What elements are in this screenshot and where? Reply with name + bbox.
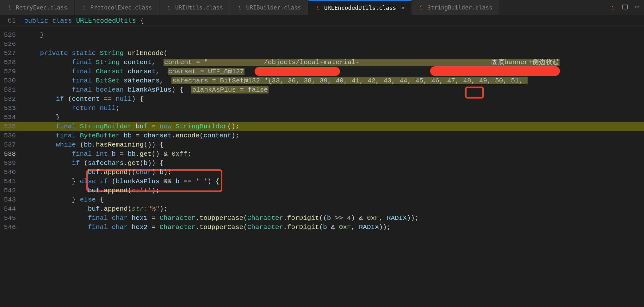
code-line: 539 if (safechars.get(b)) { <box>0 159 644 168</box>
tab-label: ProtocolExec.class <box>90 4 152 11</box>
code-line: 531 final boolean blankAsPlus) { blankAs… <box>0 85 644 94</box>
code-line: 530 final BitSet safechars, safechars = … <box>0 76 644 85</box>
line-number: 527 <box>0 49 24 58</box>
tab-uriutils[interactable]: URIUtils.class <box>159 0 231 15</box>
code-line: 546 final char hex2 = Character.toUpperC… <box>0 223 644 232</box>
line-number: 531 <box>0 85 24 94</box>
line-number: 529 <box>0 67 24 76</box>
tab-protocolexec[interactable]: ProtocolExec.class <box>75 0 159 15</box>
code-line: 532 if (content == null) { <box>0 94 644 104</box>
code-line: 544 buf.append(str:"%"); <box>0 204 644 214</box>
code-line: 542 buf.append(c:'+'); <box>0 186 644 195</box>
more-icon[interactable] <box>634 4 640 11</box>
split-editor-icon[interactable] <box>622 4 628 11</box>
code-line: 529 final Charset charset, charset = UTF… <box>0 67 644 76</box>
sticky-scroll-header[interactable]: 61 public class URLEncodedUtils { <box>0 15 644 26</box>
close-icon[interactable]: ✕ <box>401 5 404 11</box>
java-icon <box>82 5 87 10</box>
code-line-current: 538 final int b = bb.get() & 0xff; <box>0 149 644 159</box>
java-icon <box>166 5 172 10</box>
svg-point-2 <box>635 6 636 7</box>
line-number: 533 <box>0 104 24 113</box>
line-number: 537 <box>0 140 24 149</box>
line-number: 546 <box>0 223 24 232</box>
line-number: 61 <box>0 17 24 24</box>
line-number: 532 <box>0 94 24 104</box>
code-line <box>0 26 644 30</box>
code-line: 540 buf.append((char) b); <box>0 168 644 177</box>
line-number: 530 <box>0 76 24 85</box>
inlay-hint: content = " /objects/local-material- 固底b… <box>164 59 560 66</box>
tab-urlencodedutils[interactable]: URLEncodedUtils.class ✕ <box>308 0 412 15</box>
code-line: 528 final String content, content = " /o… <box>0 58 644 67</box>
tab-label: URIBuilder.class <box>246 4 301 11</box>
inlay-hint: blankAsPlus = false <box>191 86 268 93</box>
inlay-hint: charset = UTF_8@127 <box>168 68 245 75</box>
tab-uribuilder[interactable]: URIBuilder.class <box>230 0 308 15</box>
tab-actions <box>607 0 644 15</box>
line-number: 526 <box>0 39 24 49</box>
inlay-hint: safechars = BitSet@132 "{33, 36, 38, 39,… <box>171 77 528 84</box>
line-number: 539 <box>0 159 24 168</box>
line-number: 545 <box>0 214 24 223</box>
tab-label: StringBuilder.class <box>427 4 492 11</box>
line-number: 538 <box>0 149 24 159</box>
line-number: 535 <box>0 122 24 131</box>
svg-point-3 <box>636 6 637 7</box>
code-line: 525 } <box>0 30 644 39</box>
code-line: 545 final char hex1 = Character.toUpperC… <box>0 214 644 223</box>
line-number: 541 <box>0 177 24 186</box>
code-line: 533 return null; <box>0 104 644 113</box>
line-number: 528 <box>0 58 24 67</box>
java-icon <box>315 5 321 11</box>
code-line: 534 } <box>0 113 644 122</box>
code-line: 526 <box>0 39 644 49</box>
code-line: 537 while (bb.hasRemaining()) { <box>0 140 644 149</box>
line-number: 536 <box>0 131 24 140</box>
line-number: 534 <box>0 113 24 122</box>
line-number: 525 <box>0 30 24 39</box>
code-line: 527 private static String urlEncode( <box>0 49 644 58</box>
code-line: 536 final ByteBuffer bb = charset.encode… <box>0 131 644 140</box>
tab-label: URIUtils.class <box>175 4 223 11</box>
line-number: 543 <box>0 195 24 204</box>
tab-bar: RetryExec.class ProtocolExec.class URIUt… <box>0 0 644 15</box>
code-line: 543 } else { <box>0 195 644 204</box>
svg-point-4 <box>638 6 639 7</box>
tab-label: RetryExec.class <box>16 4 67 11</box>
line-number: 544 <box>0 204 24 214</box>
java-icon <box>237 5 243 10</box>
tab-label: URLEncodedUtils.class <box>324 4 396 11</box>
tab-retryexec[interactable]: RetryExec.class <box>0 0 75 15</box>
line-number: 540 <box>0 168 24 177</box>
code-line: 541 } else if (blankAsPlus && b == ' ') … <box>0 177 644 186</box>
line-number: 542 <box>0 186 24 195</box>
java-icon <box>418 5 424 10</box>
java-icon <box>7 5 13 10</box>
java-icon <box>610 5 616 10</box>
tab-stringbuilder[interactable]: StringBuilder.class <box>412 0 500 15</box>
code-line-highlighted: 535 final StringBuilder buf = new String… <box>0 122 644 131</box>
code-editor[interactable]: 525 } 526 527 private static String urlE… <box>0 26 644 232</box>
